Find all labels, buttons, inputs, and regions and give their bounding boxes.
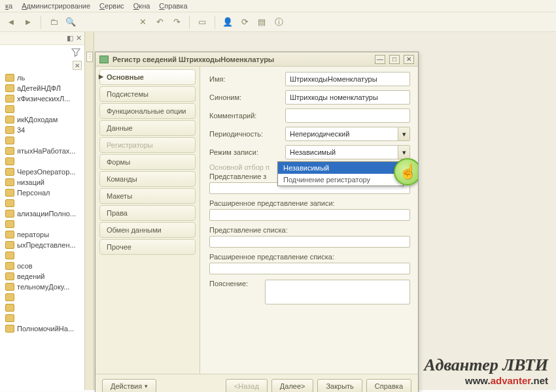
tree-item[interactable] — [4, 198, 82, 208]
periodicity-select[interactable]: Непериодический ▾ — [285, 127, 410, 141]
nav-back-icon[interactable]: ◄ — [4, 15, 18, 29]
dropdown-option[interactable]: Независимый — [278, 162, 403, 174]
ext-list-repr-field[interactable] — [209, 263, 410, 274]
register-icon — [5, 157, 14, 165]
chevron-down-icon[interactable]: ▾ — [398, 146, 409, 159]
actions-button[interactable]: Действия▾ — [102, 379, 156, 393]
tree-item[interactable] — [4, 250, 82, 261]
panel-pin-icon[interactable]: ◧ — [67, 34, 73, 42]
list-repr-field[interactable] — [209, 236, 410, 248]
minimize-button[interactable]: — — [375, 55, 385, 64]
nav-data[interactable]: Данные — [99, 120, 196, 136]
menu-item[interactable]: ка — [5, 2, 12, 10]
nav-forms[interactable]: Формы — [99, 154, 196, 170]
tree-item[interactable] — [4, 156, 82, 167]
tree-item[interactable] — [4, 292, 82, 302]
register-icon — [5, 84, 14, 92]
register-icon — [5, 220, 14, 228]
nav-main[interactable]: Основные — [99, 69, 196, 85]
nav-rights[interactable]: Права — [99, 205, 196, 221]
next-button[interactable]: Далее> — [271, 379, 314, 393]
splitter-handle[interactable]: ⋮ — [86, 52, 93, 62]
register-icon — [5, 262, 14, 270]
dialog-titlebar[interactable]: Регистр сведений ШтрихкодыНоменклатуры —… — [96, 52, 418, 67]
tree-item[interactable] — [4, 104, 82, 114]
comment-field[interactable] — [285, 108, 410, 123]
tree-item[interactable]: тельномуДоку... — [4, 282, 82, 292]
maximize-button[interactable]: □ — [389, 55, 400, 64]
register-icon — [5, 116, 14, 123]
dialog-footer: Действия▾ <Назад Далее> Закрыть Справка — [96, 374, 418, 392]
menu-item[interactable]: Справка — [159, 2, 187, 10]
tree-item[interactable]: 34 — [4, 125, 82, 135]
tree-item[interactable]: осов — [4, 261, 82, 271]
register-icon — [5, 95, 14, 103]
tree-item[interactable] — [4, 313, 82, 323]
ext-record-repr-label: Расширенное представление записи: — [209, 199, 410, 207]
clear-icon[interactable]: ✕ — [135, 15, 150, 29]
chevron-down-icon[interactable]: ▾ — [398, 127, 409, 140]
tree[interactable]: ль аДетейНДФЛ хФизическихЛ... икКДоходам… — [0, 71, 84, 335]
tree-item[interactable]: ПолномочийНа... — [4, 323, 82, 334]
tree-item[interactable]: ятыхНаРаботах... — [4, 146, 82, 156]
chevron-down-icon: ▾ — [145, 383, 148, 389]
tree-item[interactable]: ыхПредставлен... — [4, 240, 82, 250]
close-button[interactable]: ✕ — [404, 55, 414, 64]
register-icon — [5, 231, 14, 238]
periodicity-value: Непериодический — [290, 130, 349, 138]
tree-item[interactable]: ль — [4, 73, 82, 83]
nav-commands[interactable]: Команды — [99, 171, 196, 187]
nav-other[interactable]: Прочее — [99, 239, 196, 255]
separator — [215, 16, 215, 29]
nav-templates[interactable]: Макеты — [99, 188, 196, 204]
tree-item[interactable]: ЧерезОператор... — [4, 167, 82, 177]
ext-record-repr-field[interactable] — [209, 209, 410, 221]
tree-item[interactable]: икКДоходам — [4, 114, 82, 125]
panel-close-icon[interactable]: ✕ — [76, 34, 82, 42]
nav-exchange[interactable]: Обмен данными — [99, 222, 196, 238]
write-mode-dropdown[interactable]: Независимый Подчинение регистратору — [277, 161, 404, 186]
filter-icon[interactable] — [71, 48, 80, 57]
close-button[interactable]: Закрыть — [317, 379, 362, 393]
tree-item[interactable]: хФизическихЛ... — [4, 93, 82, 104]
nav-fwd-icon[interactable]: ► — [21, 15, 35, 29]
nav-funcopts[interactable]: Функциональные опции — [99, 103, 196, 119]
back-button: <Назад — [226, 379, 268, 393]
tree-item[interactable] — [4, 302, 82, 313]
help-button[interactable]: Справка — [366, 379, 411, 393]
name-field[interactable] — [285, 72, 410, 86]
register-icon — [5, 325, 14, 333]
search-box[interactable] — [80, 15, 133, 29]
page-icon[interactable]: ▭ — [195, 15, 209, 29]
tree-item[interactable]: ператоры — [4, 229, 82, 240]
list-icon[interactable]: ▤ — [254, 15, 269, 29]
tools-icon[interactable]: 👤 — [220, 15, 235, 29]
tree-item[interactable]: ведений — [4, 271, 82, 282]
tree-item[interactable] — [4, 219, 82, 229]
tree-item[interactable]: Персонал — [4, 188, 82, 198]
tree-item[interactable]: низаций — [4, 177, 82, 188]
splitter[interactable]: ⋮ — [85, 32, 94, 390]
nav-subsystems[interactable]: Подсистемы — [99, 86, 196, 102]
register-icon — [5, 293, 14, 301]
explanation-field[interactable] — [265, 280, 410, 304]
workspace: ◧ ✕ ✕ ль аДетейНДФЛ хФизическихЛ... икКД… — [0, 32, 556, 390]
dropdown-option[interactable]: Подчинение регистратору — [278, 174, 403, 186]
menu-item[interactable]: Сервис — [99, 2, 124, 10]
tree-item[interactable]: аДетейНДФЛ — [4, 83, 82, 93]
write-mode-select[interactable]: Независимый ▾ — [285, 145, 410, 159]
menu-item[interactable]: Окна — [133, 2, 150, 10]
tree-item[interactable] — [4, 135, 82, 146]
undo-icon[interactable]: ↶ — [152, 15, 167, 29]
close-icon[interactable]: ✕ — [73, 61, 82, 70]
folder-search-icon[interactable]: 🗀 — [46, 15, 61, 29]
menu-item[interactable]: Администрирование — [22, 2, 90, 10]
synonym-field[interactable] — [285, 90, 410, 105]
register-icon — [99, 56, 109, 63]
info-icon[interactable]: ⓘ — [271, 15, 286, 29]
search-icon[interactable]: 🔍 — [63, 15, 78, 29]
tree-item[interactable]: ализацииПолно... — [4, 208, 82, 219]
redo-icon[interactable]: ↷ — [169, 15, 184, 29]
form-area: Имя: Синоним: Комментарий: Периодичность… — [200, 67, 418, 374]
refresh-icon[interactable]: ⟳ — [237, 15, 252, 29]
